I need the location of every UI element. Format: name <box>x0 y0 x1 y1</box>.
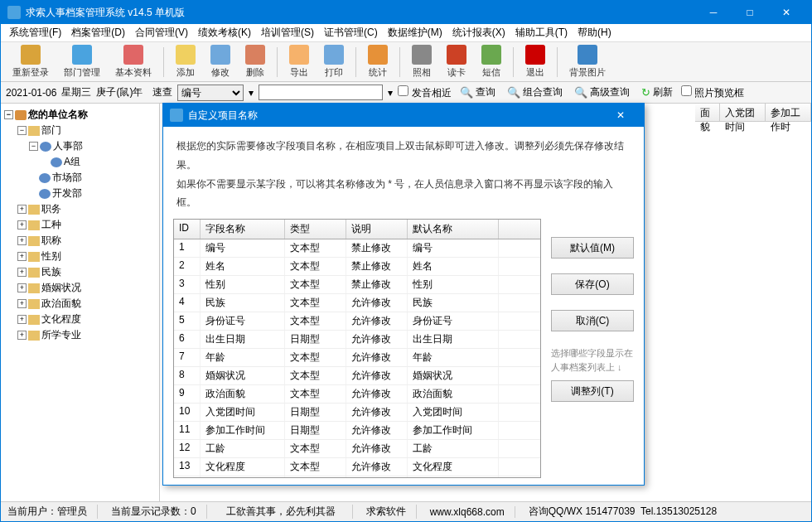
menu-item[interactable]: 档案管理(D) <box>66 24 130 41</box>
table-row[interactable]: 8婚姻状况文本型允许修改婚姻状况 <box>174 367 540 385</box>
expand-icon[interactable]: + <box>17 331 27 340</box>
advanced-query-button[interactable]: 🔍高级查询 <box>571 85 633 100</box>
tree-item[interactable]: +工种 <box>4 217 156 233</box>
cancel-button[interactable]: 取消(C) <box>551 310 634 331</box>
tree-groupa[interactable]: A组 <box>4 154 156 170</box>
menu-item[interactable]: 培训管理(S) <box>256 24 319 41</box>
save-button[interactable]: 保存(O) <box>551 273 634 295</box>
expand-icon[interactable]: + <box>17 252 27 261</box>
expand-icon[interactable]: + <box>17 236 27 245</box>
grid-col[interactable]: 入党团时间 <box>720 104 766 121</box>
cell-fn: 姓名 <box>201 258 285 275</box>
toolbar-读卡[interactable]: 读卡 <box>440 43 473 80</box>
toolbar-照相[interactable]: 照相 <box>405 43 438 80</box>
dropdown-icon[interactable]: ▾ <box>388 87 393 99</box>
adjust-columns-button[interactable]: 调整列(T) <box>551 380 634 402</box>
toolbar-重新登录[interactable]: 重新登录 <box>6 43 56 80</box>
collapse-icon[interactable]: − <box>17 126 27 135</box>
tree-root[interactable]: −您的单位名称 <box>4 107 156 123</box>
expand-icon[interactable]: + <box>17 268 27 277</box>
default-button[interactable]: 默认值(M) <box>551 237 634 259</box>
grid-col[interactable]: 面貌 <box>695 104 720 121</box>
cell-df: 婚姻状况 <box>408 367 499 384</box>
table-row[interactable]: 11参加工作时间日期型允许修改参加工作时间 <box>174 422 540 440</box>
refresh-button[interactable]: ↻刷新 <box>638 85 676 100</box>
expand-icon[interactable]: + <box>17 205 27 214</box>
combine-query-button[interactable]: 🔍组合查询 <box>504 85 566 100</box>
menu-item[interactable]: 合同管理(V) <box>130 24 193 41</box>
tree-item[interactable]: +政治面貌 <box>4 296 156 312</box>
table-row[interactable]: 10入党团时间日期型允许修改入党团时间 <box>174 404 540 422</box>
expand-icon[interactable]: + <box>17 299 27 308</box>
table-row[interactable]: 14所学专业文本型允许修改所学专业 <box>174 476 540 477</box>
toolbar-部门管理[interactable]: 部门管理 <box>57 43 107 80</box>
tree-hr[interactable]: −人事部 <box>4 138 156 154</box>
tree-item[interactable]: +婚姻状况 <box>4 280 156 296</box>
tree-dev[interactable]: 开发部 <box>4 186 156 201</box>
collapse-icon[interactable]: − <box>29 142 38 151</box>
toolbar-背景图片[interactable]: 背景图片 <box>563 43 612 80</box>
org-tree: −您的单位名称 −部门 −人事部 A组 市场部 开发部 +职务+工种+职称+性别… <box>1 104 160 501</box>
menu-item[interactable]: 帮助(H) <box>573 24 616 41</box>
table-row[interactable]: 4民族文本型允许修改民族 <box>174 294 540 312</box>
menu-item[interactable]: 统计报表(X) <box>447 24 510 41</box>
tree-dept[interactable]: −部门 <box>4 123 156 138</box>
status-vendor: 求索软件 <box>366 505 417 519</box>
table-row[interactable]: 9政治面貌文本型允许修改政治面貌 <box>174 385 540 404</box>
expand-icon[interactable]: + <box>17 315 27 324</box>
query-button[interactable]: 🔍查询 <box>457 85 499 100</box>
toolbar-短信[interactable]: 短信 <box>475 43 508 80</box>
tree-item[interactable]: +职称 <box>4 233 156 249</box>
tree-market[interactable]: 市场部 <box>4 170 156 186</box>
tree-item[interactable]: +性别 <box>4 249 156 264</box>
tree-item[interactable]: +所学专业 <box>4 327 156 343</box>
photo-preview-checkbox[interactable]: 照片预览框 <box>681 85 744 100</box>
tree-item[interactable]: +职务 <box>4 201 156 217</box>
table-row[interactable]: 7年龄文本型允许修改年龄 <box>174 349 540 367</box>
menu-item[interactable]: 绩效考核(K) <box>193 24 256 41</box>
toolbar-退出[interactable]: 退出 <box>519 43 552 80</box>
phonetic-checkbox[interactable]: 发音相近 <box>398 85 451 100</box>
menu-item[interactable]: 辅助工具(T) <box>510 24 573 41</box>
toolbar-统计[interactable]: 统计 <box>361 43 394 80</box>
col-default[interactable]: 默认名称 <box>408 220 499 239</box>
toolbar-导出[interactable]: 导出 <box>283 43 316 80</box>
toolbar-修改[interactable]: 修改 <box>204 43 237 80</box>
status-site[interactable]: www.xlq668.com <box>430 506 515 518</box>
expand-icon[interactable]: + <box>17 283 27 292</box>
menu-item[interactable]: 证书管理(C) <box>319 24 383 41</box>
table-row[interactable]: 13文化程度文本型允许修改文化程度 <box>174 458 540 476</box>
fields-grid[interactable]: ID 字段名称 类型 说明 默认名称 1编号文本型禁止修改编号2姓名文本型禁止修… <box>173 219 541 478</box>
expand-icon[interactable]: + <box>17 220 27 230</box>
cell-tp: 文本型 <box>285 276 346 293</box>
cell-ex: 允许修改 <box>346 404 408 421</box>
table-row[interactable]: 2姓名文本型禁止修改姓名 <box>174 258 540 276</box>
grid-col[interactable]: 参加工作时 <box>766 104 811 121</box>
close-button[interactable]: ✕ <box>768 1 805 24</box>
toolbar-删除[interactable]: 删除 <box>239 43 272 80</box>
cell-df: 身份证号 <box>408 312 499 330</box>
maximize-button[interactable]: □ <box>732 1 768 24</box>
table-row[interactable]: 12工龄文本型允许修改工龄 <box>174 440 540 458</box>
dropdown-icon[interactable]: ▾ <box>249 87 254 99</box>
col-type[interactable]: 类型 <box>285 220 346 239</box>
table-row[interactable]: 5身份证号文本型允许修改身份证号 <box>174 312 540 331</box>
table-row[interactable]: 6出生日期日期型允许修改出生日期 <box>174 331 540 349</box>
tree-item[interactable]: +文化程度 <box>4 312 156 327</box>
toolbar-基本资料[interactable]: 基本资料 <box>109 43 158 80</box>
toolbar-打印[interactable]: 打印 <box>317 43 350 80</box>
toolbar-添加[interactable]: 添加 <box>169 43 202 80</box>
dialog-close-button[interactable]: ✕ <box>604 104 637 127</box>
col-field[interactable]: 字段名称 <box>201 220 285 239</box>
menu-item[interactable]: 数据维护(M) <box>383 24 447 41</box>
tree-item[interactable]: +民族 <box>4 264 156 280</box>
table-row[interactable]: 3性别文本型禁止修改性别 <box>174 276 540 294</box>
col-explain[interactable]: 说明 <box>346 220 408 239</box>
search-input[interactable] <box>259 85 383 100</box>
col-id[interactable]: ID <box>174 220 201 239</box>
minimize-button[interactable]: ─ <box>695 1 732 24</box>
field-select[interactable]: 编号 <box>177 85 244 101</box>
table-row[interactable]: 1编号文本型禁止修改编号 <box>174 239 540 258</box>
collapse-icon[interactable]: − <box>4 110 13 119</box>
menu-item[interactable]: 系统管理(F) <box>4 24 66 41</box>
